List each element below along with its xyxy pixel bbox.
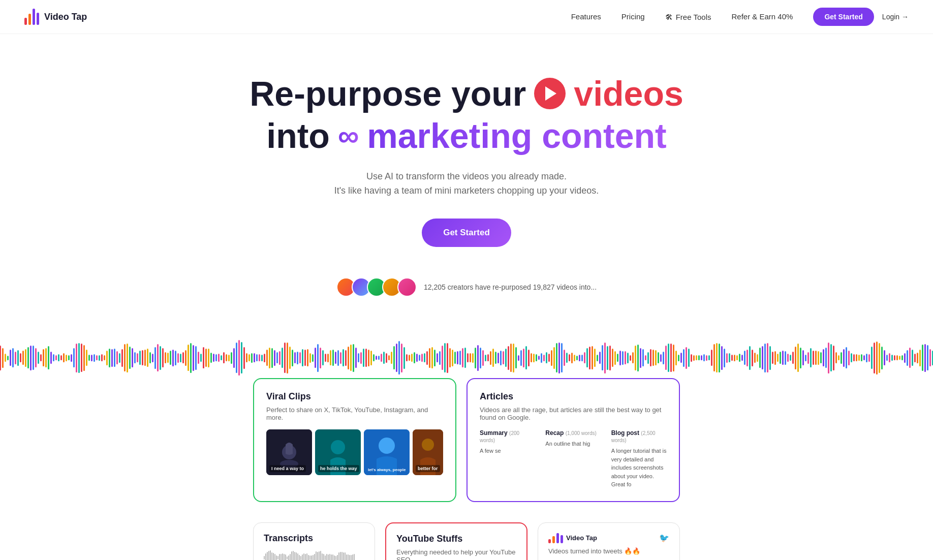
nav-links: Features Pricing 🛠 Free Tools Refer & Ea… xyxy=(571,12,793,21)
video-thumb-1: I need a way to xyxy=(266,429,312,475)
logo-text: Video Tap xyxy=(44,12,87,22)
articles-desc: Videos are all the rage, but articles ar… xyxy=(480,406,667,421)
cards-row-1: Viral Clips Perfect to share on X, TikTo… xyxy=(0,378,933,522)
article-types: Summary (200 words) A few se Recap (1,00… xyxy=(480,429,667,489)
nav-get-started-button[interactable]: Get Started xyxy=(813,8,874,26)
avatar-group xyxy=(336,277,417,297)
hero-subtitle: Use AI to transform the videos you alrea… xyxy=(10,169,923,199)
card-videotap-tweets: Video Tap 🐦 Videos turned into tweets 🔥🔥 xyxy=(538,522,680,560)
video-thumb-3: let's always, people xyxy=(364,429,410,475)
recap-preview: An outline that hig xyxy=(545,440,601,448)
article-type-recap: Recap (1,000 words) An outline that hig xyxy=(545,429,601,489)
youtube-title: YouTube Stuffs xyxy=(396,534,516,544)
article-type-summary: Summary (200 words) A few se xyxy=(480,429,535,489)
video-thumbnails: I need a way to he holds the way let's a… xyxy=(266,429,443,475)
svg-point-4 xyxy=(331,440,345,454)
headline-into: into xyxy=(266,117,330,155)
headline-part1: Re-purpose your xyxy=(250,75,526,113)
hero-get-started-button[interactable]: Get Started xyxy=(422,219,511,247)
thumb-label-2: he holds the way xyxy=(318,465,359,472)
thumb-label-1: I need a way to xyxy=(269,465,306,472)
video-thumb-2: he holds the way xyxy=(315,429,361,475)
nav-right: Get Started Login → xyxy=(813,8,909,26)
avatar xyxy=(397,277,417,297)
blog-label: Blog post xyxy=(611,429,639,437)
recap-label: Recap xyxy=(545,429,564,437)
play-icon xyxy=(534,78,566,109)
nav-item-features[interactable]: Features xyxy=(571,12,601,21)
viral-clips-title: Viral Clips xyxy=(266,391,443,402)
svg-point-6 xyxy=(379,438,395,454)
logo[interactable]: Video Tap xyxy=(24,9,87,25)
navbar: Video Tap Features Pricing 🛠 Free Tools … xyxy=(0,0,933,34)
transcript-waveform xyxy=(264,548,364,560)
waveform-bars xyxy=(0,337,933,378)
videotap-brand: Video Tap xyxy=(548,533,597,543)
articles-title: Articles xyxy=(480,391,667,402)
logo-icon xyxy=(24,9,39,25)
twitter-icon: 🐦 xyxy=(659,533,669,543)
nav-login-button[interactable]: Login → xyxy=(882,13,909,21)
brand-icon xyxy=(548,533,563,543)
hero-headline: Re-purpose your videos into ∞ marketing … xyxy=(10,75,923,155)
transcripts-title: Transcripts xyxy=(264,533,364,544)
blog-preview: A longer tutorial that is very detailed … xyxy=(611,447,667,489)
social-proof-text: 12,205 creators have re-purposed 19,827 … xyxy=(424,283,597,291)
headline-videos: videos xyxy=(574,75,683,113)
svg-text:let's always, people: let's always, people xyxy=(368,468,406,472)
videotap-subtitle: Videos turned into tweets 🔥🔥 xyxy=(548,547,669,555)
article-type-blog: Blog post (2,500 words) A longer tutoria… xyxy=(611,429,667,489)
svg-point-9 xyxy=(422,439,434,451)
recap-words: (1,000 words) xyxy=(566,430,597,436)
play-triangle xyxy=(545,86,556,101)
infinity-icon: ∞ xyxy=(338,121,359,150)
cards-row-2: Transcripts YouTube Stuffs Everything ne… xyxy=(0,522,933,560)
summary-preview: A few se xyxy=(480,447,535,455)
tools-icon: 🛠 xyxy=(665,13,673,21)
card-articles: Articles Videos are all the rage, but ar… xyxy=(466,378,680,502)
hero-section: Re-purpose your videos into ∞ marketing … xyxy=(0,34,933,327)
social-proof: 12,205 creators have re-purposed 19,827 … xyxy=(10,277,923,297)
thumb-label-4: better for xyxy=(416,465,440,472)
card-transcripts: Transcripts xyxy=(253,522,375,560)
video-thumb-4: better for xyxy=(413,429,443,475)
card-videotap-header: Video Tap 🐦 xyxy=(548,533,669,543)
nav-item-free-tools[interactable]: 🛠 Free Tools xyxy=(665,13,711,21)
headline-marketing: marketing content xyxy=(367,117,666,155)
nav-item-pricing[interactable]: Pricing xyxy=(621,12,645,21)
viral-clips-desc: Perfect to share on X, TikTok, YouTube, … xyxy=(266,406,443,421)
card-youtube: YouTube Stuffs Everything needed to help… xyxy=(385,522,527,560)
summary-label: Summary xyxy=(480,429,508,437)
nav-item-refer[interactable]: Refer & Earn 40% xyxy=(731,12,793,21)
waveform xyxy=(0,337,933,378)
card-viral-clips: Viral Clips Perfect to share on X, TikTo… xyxy=(253,378,456,502)
videotap-brand-name: Video Tap xyxy=(566,534,597,542)
youtube-desc: Everything needed to help your YouTube S… xyxy=(396,548,516,560)
